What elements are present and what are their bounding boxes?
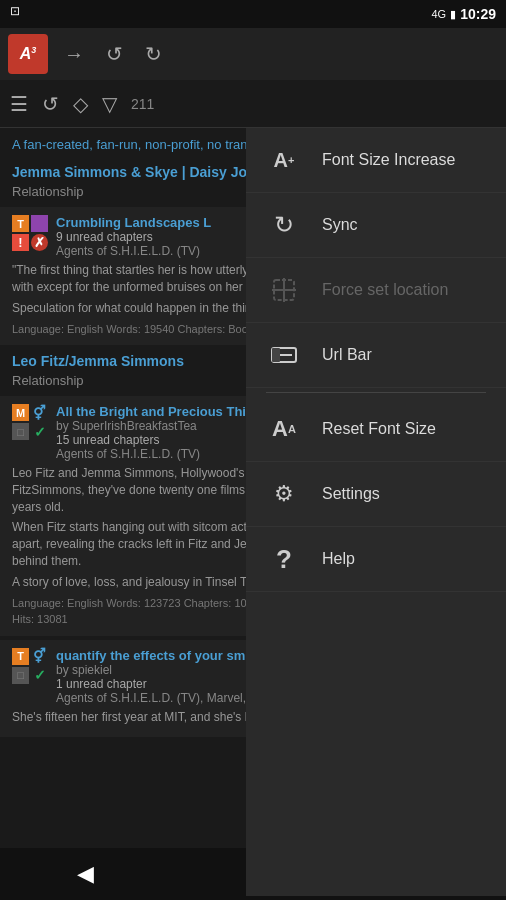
story3-check-icon: ✓: [31, 667, 48, 684]
menu-item-url-bar[interactable]: Url Bar: [246, 323, 506, 388]
app-logo[interactable]: A3: [8, 34, 48, 74]
sync-icon: ↻: [266, 207, 302, 243]
story1-icon-bl: !: [12, 234, 29, 251]
overlay-menu: A+ Font Size Increase ↻ Sync Force set l…: [246, 128, 506, 896]
help-icon: ?: [266, 541, 302, 577]
story1-icon-tl: T: [12, 215, 29, 232]
forward-button[interactable]: ↻: [139, 38, 168, 70]
help-label: Help: [322, 550, 355, 568]
logo-text: A3: [20, 45, 37, 63]
story2-gender-icon: ⚥: [31, 404, 48, 421]
secondary-toolbar: ☰ ↺ ◇ ▽ 211: [0, 80, 506, 128]
story3-icon-bl: □: [12, 667, 29, 684]
refresh2-button[interactable]: ↺: [42, 92, 59, 116]
story3-gender-icon: ⚥: [31, 648, 48, 665]
story2-check-icon: ✓: [31, 423, 48, 440]
clock: 10:29: [460, 6, 496, 22]
back-button[interactable]: →: [58, 39, 90, 70]
url-bar-icon: [266, 337, 302, 373]
story1-icon: T ! ✗: [12, 215, 48, 251]
settings-label: Settings: [322, 485, 380, 503]
reset-font-icon: AA: [266, 411, 302, 447]
story1-icon-tr: [31, 215, 48, 232]
filter-button[interactable]: ▽: [102, 92, 117, 116]
status-icons: 4G ▮ 10:29: [432, 6, 497, 22]
signal-icon: 4G: [432, 8, 447, 20]
menu-divider: [266, 392, 486, 393]
main-content: A fan-created, fan-run, non-profit, no t…: [0, 128, 506, 896]
menu-item-font-increase[interactable]: A+ Font Size Increase: [246, 128, 506, 193]
list-view-button[interactable]: ☰: [10, 92, 28, 116]
force-location-label: Force set location: [322, 281, 448, 299]
font-increase-label: Font Size Increase: [322, 151, 455, 169]
sync-label: Sync: [322, 216, 358, 234]
story2-icon-bl: □: [12, 423, 29, 440]
story3-icon: T ⚥ □ ✓: [12, 648, 48, 684]
story1-icon-br: ✗: [31, 234, 48, 251]
url-bar-label: Url Bar: [322, 346, 372, 364]
story2-icon: M ⚥ □ ✓: [12, 404, 48, 440]
font-increase-icon: A+: [266, 142, 302, 178]
settings-icon: ⚙: [266, 476, 302, 512]
count-text: 211: [131, 96, 154, 112]
menu-item-help[interactable]: ? Help: [246, 527, 506, 592]
menu-item-sync[interactable]: ↻ Sync: [246, 193, 506, 258]
svg-rect-5: [272, 348, 280, 362]
tag-button[interactable]: ◇: [73, 92, 88, 116]
nav-back-button[interactable]: ◀: [57, 853, 114, 895]
menu-item-settings[interactable]: ⚙ Settings: [246, 462, 506, 527]
status-bar: ⊡ 4G ▮ 10:29: [0, 0, 506, 28]
notification-icon: ⊡: [10, 4, 20, 18]
reset-font-label: Reset Font Size: [322, 420, 436, 438]
story2-icon-tl: M: [12, 404, 29, 421]
top-toolbar: A3 → ↺ ↻: [0, 28, 506, 80]
menu-item-force-location[interactable]: Force set location: [246, 258, 506, 323]
story3-icon-tl: T: [12, 648, 29, 665]
battery-icon: ▮: [450, 8, 456, 21]
refresh-button[interactable]: ↺: [100, 38, 129, 70]
force-location-icon: [266, 272, 302, 308]
menu-item-reset-font[interactable]: AA Reset Font Size: [246, 397, 506, 462]
